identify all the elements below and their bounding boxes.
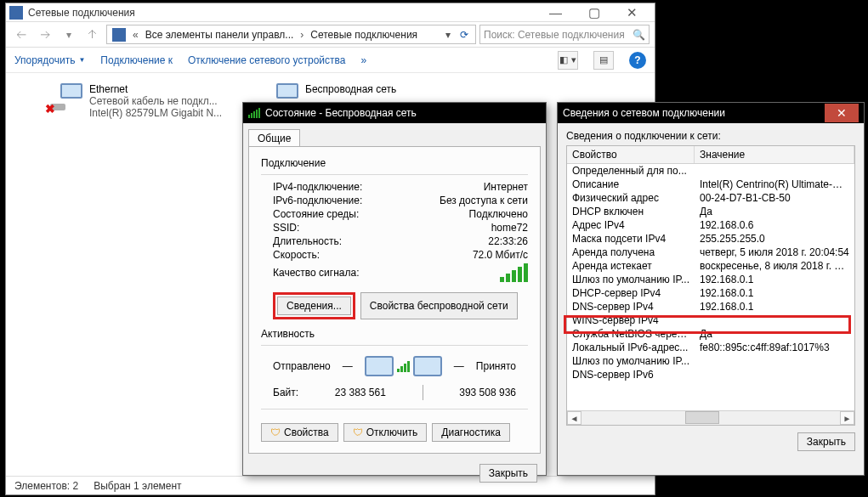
cell-property: Определенный для по... xyxy=(567,164,695,178)
table-row[interactable]: WINS-сервер IPv4 xyxy=(567,313,854,327)
close-button[interactable]: Закрыть xyxy=(479,464,537,483)
cell-property: Аренда получена xyxy=(567,246,695,259)
status-row: IPv6-подключение:Без доступа к сети xyxy=(261,194,528,207)
cell-value xyxy=(695,354,854,368)
cell-value: 192.168.0.1 xyxy=(695,286,854,300)
app-icon xyxy=(9,6,23,20)
bytes-recv: 393 508 936 xyxy=(459,387,516,398)
search-input[interactable]: Поиск: Сетевые подключения 🔍 xyxy=(479,25,650,44)
status-row: Длительность:22:33:26 xyxy=(261,234,528,248)
horizontal-scrollbar[interactable]: ◄ ► xyxy=(567,410,854,425)
item-name: Ethernet xyxy=(89,83,222,95)
cell-property: DNS-сервер IPv6 xyxy=(567,368,695,381)
table-row[interactable]: Маска подсети IPv4255.255.255.0 xyxy=(567,232,854,246)
tab-general[interactable]: Общие xyxy=(248,129,300,147)
status-row: Состояние среды:Подключено xyxy=(261,207,528,221)
close-button[interactable]: Закрыть xyxy=(797,432,855,451)
back-button[interactable]: 🡠 xyxy=(11,25,31,45)
dialog-title: Сведения о сетевом подключении xyxy=(563,107,725,119)
status-row: SSID:home72 xyxy=(261,221,528,234)
properties-button[interactable]: 🛡Свойства xyxy=(261,423,338,442)
bytes-row: Байт: 23 383 561 393 508 936 xyxy=(261,378,528,404)
table-row[interactable]: Локальный IPv6-адрес...fe80::895c:c4ff:8… xyxy=(567,341,854,354)
control-panel-icon xyxy=(112,28,126,42)
table-row[interactable]: Шлюз по умолчанию IP...192.168.0.1 xyxy=(567,273,854,286)
history-dropdown[interactable]: ▾ xyxy=(59,25,79,45)
cell-property: Служба NetBIOS через... xyxy=(567,327,695,341)
table-row[interactable]: DHCP включенДа xyxy=(567,205,854,218)
item-count: Элементов: 2 xyxy=(14,480,78,492)
wifi-properties-button[interactable]: Свойства беспроводной сети xyxy=(360,292,518,319)
table-row[interactable]: Адрес IPv4192.168.0.6 xyxy=(567,218,854,232)
status-value: 72.0 Мбит/с xyxy=(473,249,528,261)
table-header[interactable]: Свойство Значение xyxy=(567,146,854,164)
organize-menu[interactable]: Упорядочить▼ xyxy=(14,54,85,66)
status-value: 22:33:26 xyxy=(488,235,528,247)
cell-value: 192.168.0.1 xyxy=(695,300,854,313)
titlebar[interactable]: Сетевые подключения — ▢ ✕ xyxy=(6,3,655,22)
view-options-button[interactable]: ◧ ▾ xyxy=(558,51,578,70)
table-row[interactable]: Шлюз по умолчанию IP... xyxy=(567,354,854,368)
maximize-button[interactable]: ▢ xyxy=(575,4,613,21)
disable-button[interactable]: 🛡Отключить xyxy=(343,423,428,442)
close-button[interactable]: ✕ xyxy=(825,104,859,122)
cell-value: четверг, 5 июля 2018 г. 20:04:54 xyxy=(695,246,854,259)
table-row[interactable]: Физический адрес00-24-D7-B1-CB-50 xyxy=(567,191,854,205)
bytes-label: Байт: xyxy=(273,387,298,398)
status-key: SSID: xyxy=(273,222,299,234)
details-table[interactable]: Свойство Значение Определенный для по...… xyxy=(566,145,855,426)
wireless-status-dialog: Состояние - Беспроводная сеть Общие Подк… xyxy=(242,102,547,476)
error-overlay-icon: ✖ xyxy=(45,102,55,116)
scroll-left-button[interactable]: ◄ xyxy=(567,411,582,425)
cell-property: Локальный IPv6-адрес... xyxy=(567,341,695,354)
overflow-button[interactable]: » xyxy=(360,54,366,66)
help-button[interactable]: ? xyxy=(629,52,646,69)
dialog-titlebar[interactable]: Состояние - Беспроводная сеть xyxy=(243,103,546,123)
highlight-details: Сведения... xyxy=(273,292,355,319)
table-row[interactable]: ОписаниеIntel(R) Centrino(R) Ultimate-N … xyxy=(567,178,854,191)
table-row[interactable]: DHCP-сервер IPv4192.168.0.1 xyxy=(567,286,854,300)
breadcrumb-dropdown[interactable]: ▾ xyxy=(441,29,455,41)
table-row[interactable]: Определенный для по... xyxy=(567,164,854,178)
forward-button[interactable]: 🡢 xyxy=(35,25,55,45)
details-button[interactable]: Сведения... xyxy=(277,297,351,315)
cell-property: DHCP-сервер IPv4 xyxy=(567,286,695,300)
table-row[interactable]: Аренда истекаетвоскресенье, 8 июля 2018 … xyxy=(567,259,854,273)
dialog-title: Состояние - Беспроводная сеть xyxy=(265,107,417,119)
diagnostics-button[interactable]: Диагностика xyxy=(432,423,510,442)
connect-to-button[interactable]: Подключение к xyxy=(100,54,173,66)
breadcrumb-prefix: « xyxy=(129,29,142,41)
preview-pane-button[interactable]: ▤ xyxy=(593,51,614,70)
group-activity: Активность xyxy=(261,328,528,340)
item-name: Беспроводная сеть xyxy=(305,83,396,95)
connection-item-ethernet[interactable]: ✖ Ethernet Сетевой кабель не подкл... In… xyxy=(45,80,225,122)
disable-device-button[interactable]: Отключение сетевого устройства xyxy=(188,54,345,66)
signal-icon xyxy=(248,108,260,118)
window-title: Сетевые подключения xyxy=(28,7,536,19)
cell-property: Адрес IPv4 xyxy=(567,218,695,232)
scroll-right-button[interactable]: ► xyxy=(840,411,854,425)
item-status: Сетевой кабель не подкл... xyxy=(89,95,222,107)
breadcrumb-seg-2[interactable]: Сетевые подключения xyxy=(307,29,421,41)
minimize-button[interactable]: — xyxy=(536,4,575,21)
close-button[interactable]: ✕ xyxy=(613,4,651,21)
status-value: Без доступа к сети xyxy=(440,195,528,206)
table-row[interactable]: DNS-сервер IPv6 xyxy=(567,368,854,381)
col-value[interactable]: Значение xyxy=(695,146,854,163)
table-row[interactable]: Служба NetBIOS через...Да xyxy=(567,327,854,341)
scroll-track[interactable] xyxy=(582,411,840,425)
breadcrumb[interactable]: « Все элементы панели управл... › Сетевы… xyxy=(106,25,476,44)
chevron-right-icon: › xyxy=(297,29,307,41)
connection-details-dialog: Сведения о сетевом подключении ✕ Сведени… xyxy=(557,102,865,476)
col-property[interactable]: Свойство xyxy=(567,146,695,163)
group-connection: Подключение xyxy=(261,157,528,169)
scroll-thumb[interactable] xyxy=(685,411,719,424)
cell-property: Описание xyxy=(567,178,695,191)
table-row[interactable]: Аренда полученачетверг, 5 июля 2018 г. 2… xyxy=(567,246,854,259)
up-button[interactable]: 🡡 xyxy=(82,25,103,45)
refresh-button[interactable]: ⟳ xyxy=(455,29,474,41)
breadcrumb-seg-1[interactable]: Все элементы панели управл... xyxy=(142,29,298,41)
details-label: Сведения о подключении к сети: xyxy=(566,130,855,142)
dialog-titlebar[interactable]: Сведения о сетевом подключении ✕ xyxy=(558,103,864,123)
table-row[interactable]: DNS-сервер IPv4192.168.0.1 xyxy=(567,300,854,313)
